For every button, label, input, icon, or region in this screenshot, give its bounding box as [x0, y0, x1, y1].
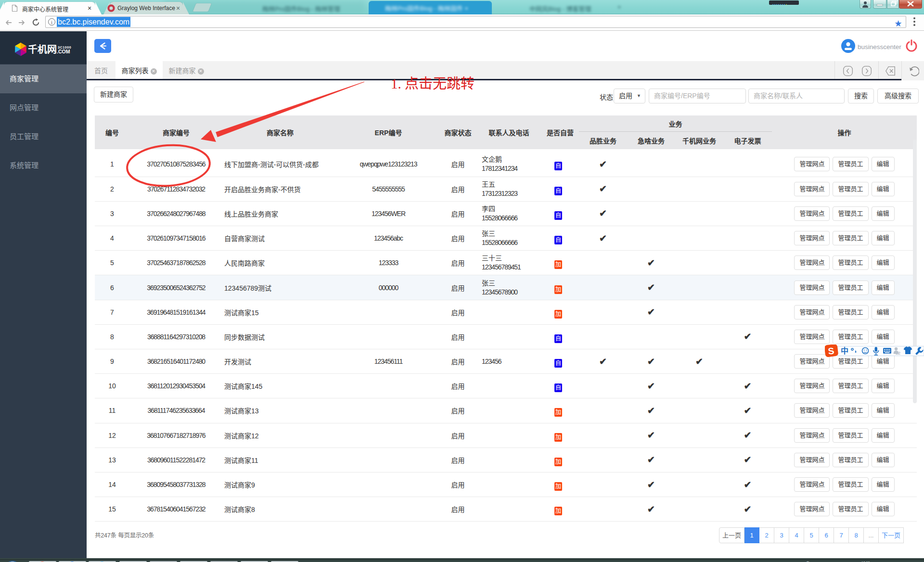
- svg-text:S: S: [827, 345, 834, 356]
- svg-text:.COM: .COM: [57, 49, 70, 54]
- svg-text:22: 22: [896, 351, 900, 356]
- svg-text:中: 中: [841, 346, 848, 355]
- svg-text:千机网: 千机网: [28, 44, 57, 55]
